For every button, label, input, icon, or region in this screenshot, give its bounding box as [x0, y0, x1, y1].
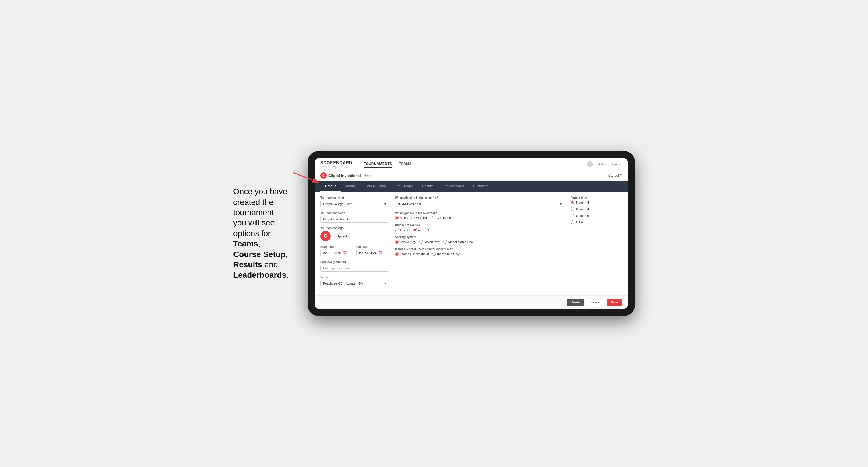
logo-area: SCOREBOARD Powered by clippd	[320, 160, 352, 167]
gender-womens-radio[interactable]	[411, 216, 415, 219]
sidebar-bold-teams: Teams	[233, 239, 258, 248]
format-other-radio[interactable]	[570, 220, 574, 224]
teams-individuals-label: Is this event for Teams and/or Individua…	[395, 248, 565, 251]
sidebar-text: Once you have created the tournament, yo…	[233, 186, 296, 281]
rounds-3-radio[interactable]	[413, 228, 417, 231]
format-5count4-radio[interactable]	[570, 200, 574, 204]
breadcrumb-tournament-name: Clippd Invitational	[329, 174, 361, 178]
tab-results[interactable]: Results	[417, 181, 438, 192]
format-6count4-radio[interactable]	[570, 207, 574, 211]
sidebar-line1: Once you have	[233, 187, 287, 196]
rounds-4-option[interactable]: 4	[423, 228, 429, 231]
teams-plus-individuals-label: Teams (+Individuals)	[400, 252, 429, 256]
teams-plus-individuals-radio[interactable]	[395, 252, 399, 256]
form-right-column: Format type 5 count 4 6 count 4 6 count …	[570, 196, 622, 291]
rounds-1-option[interactable]: 1	[395, 228, 401, 231]
scoring-medal-match-radio[interactable]	[443, 240, 447, 244]
cancel-top-x: X	[620, 174, 622, 178]
format-6count5-radio[interactable]	[570, 214, 574, 217]
gender-mens-radio[interactable]	[395, 216, 399, 219]
gender-label: Which gender is the event for?	[395, 211, 565, 215]
tournament-name-label: Tournament name	[320, 211, 389, 215]
tournament-logo-group: Tournament logo C Upload	[320, 227, 389, 241]
tab-tee-groups[interactable]: Tee Groups	[391, 181, 417, 192]
main-nav: TOURNAMENTS TEAMS	[364, 161, 412, 167]
tournament-name-input[interactable]	[320, 216, 389, 223]
tab-printables[interactable]: Printables	[468, 181, 493, 192]
start-date-value: Jan 21, 2024	[322, 251, 341, 255]
tab-details[interactable]: Details	[320, 181, 341, 192]
tournament-host-group: Tournament Host Clippd College - Men	[320, 196, 389, 208]
end-date-input[interactable]: Jan 23, 2024 📅	[356, 250, 389, 256]
teams-radio-group: Teams (+Individuals) Individuals Only	[395, 252, 565, 256]
nav-tournaments[interactable]: TOURNAMENTS	[364, 161, 392, 167]
top-navigation: SCOREBOARD Powered by clippd TOURNAMENTS…	[315, 158, 628, 170]
logo-text: SCOREBOARD	[320, 160, 352, 165]
format-6count5-option[interactable]: 6 count 5	[570, 214, 622, 217]
format-6count4-option[interactable]: 6 count 4	[570, 207, 622, 211]
scoring-stroke-option[interactable]: Stroke Play	[395, 240, 416, 244]
format-other-option[interactable]: Other	[570, 220, 622, 224]
tournament-host-select[interactable]: Clippd College - Men	[320, 200, 389, 208]
sidebar-line4: you will see	[233, 218, 275, 227]
scoring-stroke-radio[interactable]	[395, 240, 399, 244]
rounds-4-radio[interactable]	[423, 228, 426, 231]
tab-teams[interactable]: Teams	[341, 181, 360, 192]
rounds-4-label: 4	[427, 228, 429, 231]
gender-combined-option[interactable]: Combined	[432, 216, 451, 219]
rounds-3-option[interactable]: 3	[413, 228, 420, 231]
start-date-label: Start date	[320, 245, 353, 248]
format-5count4-option[interactable]: 5 count 4	[570, 200, 622, 204]
format-6count4-label: 6 count 4	[576, 208, 589, 211]
rounds-2-option[interactable]: 2	[404, 228, 410, 231]
logo-circle: C	[320, 231, 331, 241]
upload-button[interactable]: Upload	[334, 233, 350, 239]
scoring-match-option[interactable]: Match Play	[420, 240, 440, 244]
tab-leaderboards[interactable]: Leaderboards	[438, 181, 468, 192]
logo-upload-area: C Upload	[320, 231, 389, 241]
user-name[interactable]: Test User	[594, 162, 607, 166]
rounds-group: Number of rounds 1 2	[395, 223, 565, 231]
delete-button[interactable]: Delete	[566, 299, 584, 306]
gender-combined-radio[interactable]	[432, 216, 435, 219]
start-date-input[interactable]: Jan 21, 2024 📅	[320, 250, 353, 256]
rounds-1-label: 1	[400, 228, 401, 231]
scoring-match-label: Match Play	[424, 240, 440, 244]
sign-out-link[interactable]: Sign out	[611, 162, 622, 166]
teams-plus-individuals-option[interactable]: Teams (+Individuals)	[395, 252, 429, 256]
user-avatar: T	[587, 161, 593, 167]
individuals-only-radio[interactable]	[432, 252, 436, 256]
form-mid-column: Which division is the event for? NCAA Di…	[395, 196, 565, 291]
format-other-label: Other	[576, 221, 584, 224]
sidebar-comma: ,	[258, 239, 260, 248]
cancel-button[interactable]: Cancel	[586, 299, 604, 306]
form-footer: Delete Cancel Save	[315, 295, 628, 309]
venue-select[interactable]: Peachtree GC - Atlanta - GA	[320, 280, 389, 287]
venue-group: Venue Peachtree GC - Atlanta - GA	[320, 276, 389, 287]
division-select[interactable]: NCAA Division III	[395, 200, 565, 208]
nav-teams[interactable]: TEAMS	[399, 161, 412, 167]
sponsor-label: Sponsor (optional)	[320, 260, 389, 263]
cancel-top-button[interactable]: Cancel X	[609, 174, 622, 178]
breadcrumb-logo: C	[320, 173, 327, 179]
breadcrumb-tournament-sub: (Men)	[363, 174, 371, 177]
user-area: T Test User | Sign out	[587, 161, 622, 167]
date-group: Start date Jan 21, 2024 📅 End date Jan 2…	[320, 245, 389, 256]
scoring-match-radio[interactable]	[420, 240, 423, 244]
logo-sub: Powered by clippd	[320, 165, 352, 167]
gender-womens-option[interactable]: Womens	[411, 216, 428, 219]
rounds-1-radio[interactable]	[395, 228, 399, 231]
gender-mens-option[interactable]: Mens	[395, 216, 408, 219]
tournament-logo-label: Tournament logo	[320, 227, 389, 230]
scoring-medal-match-option[interactable]: Medal Match Play	[443, 240, 473, 244]
individuals-only-option[interactable]: Individuals Only	[432, 252, 460, 256]
gender-combined-label: Combined	[437, 216, 451, 219]
cancel-top-label: Cancel	[609, 174, 619, 178]
end-date-label: End date	[356, 245, 389, 248]
sponsor-input[interactable]	[320, 265, 389, 272]
form-content: Tournament Host Clippd College - Men Tou…	[315, 192, 628, 295]
save-button[interactable]: Save	[607, 299, 622, 306]
tab-course-setup[interactable]: Course Setup	[360, 181, 391, 192]
rounds-2-radio[interactable]	[404, 228, 408, 231]
sidebar-comma2: ,	[285, 250, 288, 259]
